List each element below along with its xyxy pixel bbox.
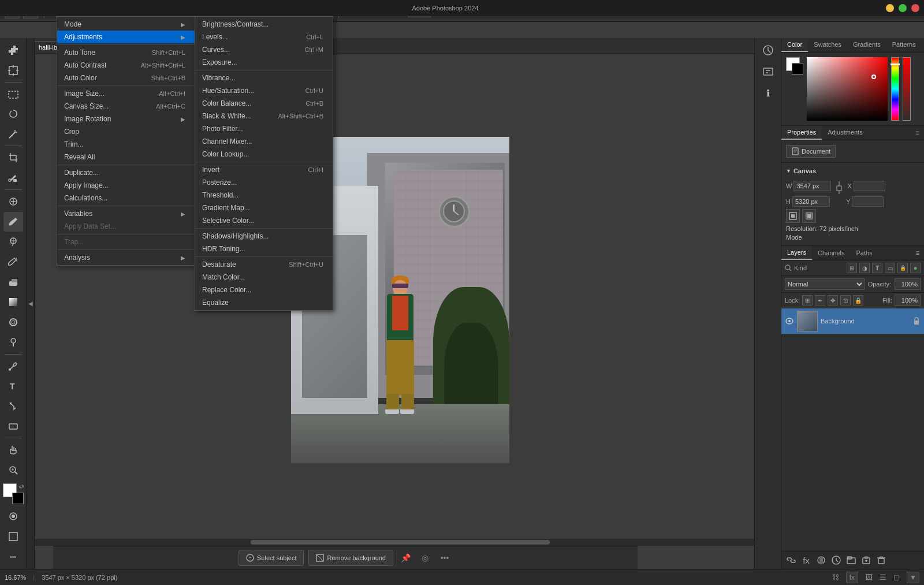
menu-invert[interactable]: Invert Ctrl+I [195,163,333,176]
menu-black-white[interactable]: Black & White... Alt+Shift+Ctrl+B [195,110,333,122]
hand-tool[interactable] [3,440,23,460]
menu-auto-tone[interactable]: Auto Tone Shift+Ctrl+L [57,46,195,59]
path-select-tool[interactable] [3,396,23,416]
eyedropper-tool[interactable] [3,168,23,188]
menu-exposure[interactable]: Exposure... [195,56,333,69]
menu-duplicate[interactable]: Duplicate... [57,166,195,179]
menu-replace-color[interactable]: Replace Color... [195,284,333,296]
lock-pixels-btn[interactable]: ⊞ [802,295,813,305]
select-subject-btn[interactable]: Select subject [239,550,304,566]
more-options-btn[interactable]: ••• [437,550,452,565]
extra-tools[interactable]: ••• [3,547,23,567]
menu-brightness-contrast[interactable]: Brightness/Contrast... [195,18,333,31]
width-input[interactable] [793,181,831,191]
lock-position-btn[interactable]: ✥ [828,295,838,305]
fill-frame-btn[interactable] [802,209,816,223]
menu-hdr-toning[interactable]: HDR Toning... [195,243,333,255]
patterns-tab[interactable]: Patterns [886,38,922,52]
screen-mode[interactable] [3,527,23,546]
type-tool[interactable]: T [3,377,23,396]
status-more-btn[interactable]: ▼ [907,572,919,583]
menu-calculations[interactable]: Calculations... [57,192,195,204]
zoom-tool[interactable] [3,460,23,480]
bg-color[interactable] [12,493,24,504]
status-link-btn[interactable]: ⛓ [832,573,839,582]
left-panel-collapse[interactable]: ◀ [27,38,35,569]
menu-auto-color[interactable]: Auto Color Shift+Ctrl+B [57,72,195,84]
adjust-filter-btn[interactable]: ◑ [859,263,870,273]
menu-color-balance[interactable]: Color Balance... Ctrl+B [195,97,333,110]
target-btn[interactable]: ◎ [418,550,433,565]
paths-tab[interactable]: Paths [851,247,878,259]
new-layer-btn[interactable] [860,554,873,567]
artboard-tool[interactable] [3,61,23,80]
add-adjustment-btn[interactable] [830,554,843,567]
lock-artboard-btn[interactable]: ⊡ [840,295,851,305]
bg-swatch[interactable] [792,63,803,74]
move-tool[interactable] [3,40,23,60]
crop-tool[interactable] [3,148,23,167]
text-filter-btn[interactable]: T [872,263,882,273]
menu-image-size[interactable]: Image Size... Alt+Ctrl+I [57,87,195,100]
layers-tab[interactable]: Layers [781,246,812,260]
pixel-filter-btn[interactable]: ⊞ [847,263,857,273]
menu-hue-saturation[interactable]: Hue/Saturation... Ctrl+U [195,84,333,97]
blur-tool[interactable] [3,312,23,332]
link-dimensions-btn[interactable] [833,178,845,194]
status-mask-btn[interactable]: ◻ [893,573,900,582]
menu-analysis[interactable]: Analysis ▶ [57,251,195,264]
color-hue-cursor[interactable] [891,64,900,65]
menu-posterize[interactable]: Posterize... [195,176,333,189]
active-filter-dot[interactable]: ● [910,263,921,273]
pen-tool[interactable] [3,356,23,376]
menu-auto-contrast[interactable]: Auto Contrast Alt+Shift+Ctrl+L [57,59,195,72]
adjustments-tab-right[interactable]: Adjustments [822,126,869,140]
collapse-left-arrow[interactable]: ◀ [27,300,33,307]
swap-colors[interactable]: ⇄ [19,483,24,490]
h-scrollbar-thumb[interactable] [251,540,550,545]
quick-mask-tool[interactable] [3,507,23,527]
remove-bg-btn[interactable]: Remove background [308,550,393,566]
shape-filter-btn[interactable]: ▭ [885,263,895,273]
menu-image-rotation[interactable]: Image Rotation ▶ [57,113,195,125]
menu-channel-mixer[interactable]: Channel Mixer... [195,135,333,148]
dodge-tool[interactable] [3,333,23,352]
menu-match-color[interactable]: Match Color... [195,271,333,284]
document-btn[interactable]: Document [786,145,836,158]
y-input[interactable] [852,196,884,207]
canvas-section-title[interactable]: ▼ Canvas [786,167,919,174]
menu-levels[interactable]: Levels... Ctrl+L [195,31,333,43]
menu-reveal-all[interactable]: Reveal All [57,151,195,163]
menu-color-lookup[interactable]: Color Lookup... [195,148,333,161]
pin-btn[interactable]: 📌 [398,550,413,565]
heal-tool[interactable] [3,192,23,211]
menu-curves[interactable]: Curves... Ctrl+M [195,43,333,56]
delete-layer-btn[interactable] [875,554,888,567]
brush-tool[interactable] [3,212,23,232]
fg-bg-colors[interactable]: ⇄ [3,483,24,504]
color-tab[interactable]: Color [781,38,808,52]
menu-selective-color[interactable]: Selective Color... [195,214,333,227]
fit-content-btn[interactable] [786,209,800,223]
add-style-btn[interactable]: fx [800,554,813,567]
link-layers-btn[interactable] [785,554,798,567]
props-panel-menu[interactable]: ≡ [911,126,924,140]
channels-tab[interactable]: Channels [812,247,850,259]
fill-input[interactable]: 100% [895,295,921,306]
history-brush-tool[interactable] [3,252,23,271]
window-maximize[interactable] [899,4,907,12]
rpanel-adjustments-icon[interactable] [758,40,778,60]
menu-shadows-highlights[interactable]: Shadows/Highlights... [195,230,333,243]
clone-tool[interactable] [3,232,23,252]
menu-photo-filter[interactable]: Photo Filter... [195,122,333,135]
menu-crop[interactable]: Crop [57,125,195,138]
status-layers-btn[interactable]: ☰ [880,573,886,582]
rpanel-info-icon[interactable]: ℹ [758,83,778,103]
menu-equalize[interactable]: Equalize [195,296,333,309]
lock-all-btn[interactable]: 🔒 [853,295,863,305]
color-hue-bar[interactable] [891,57,899,121]
color-cursor[interactable] [871,74,876,79]
status-fx-btn[interactable]: fx [846,572,858,583]
menu-canvas-size[interactable]: Canvas Size... Alt+Ctrl+C [57,100,195,113]
menu-vibrance[interactable]: Vibrance... [195,72,333,84]
